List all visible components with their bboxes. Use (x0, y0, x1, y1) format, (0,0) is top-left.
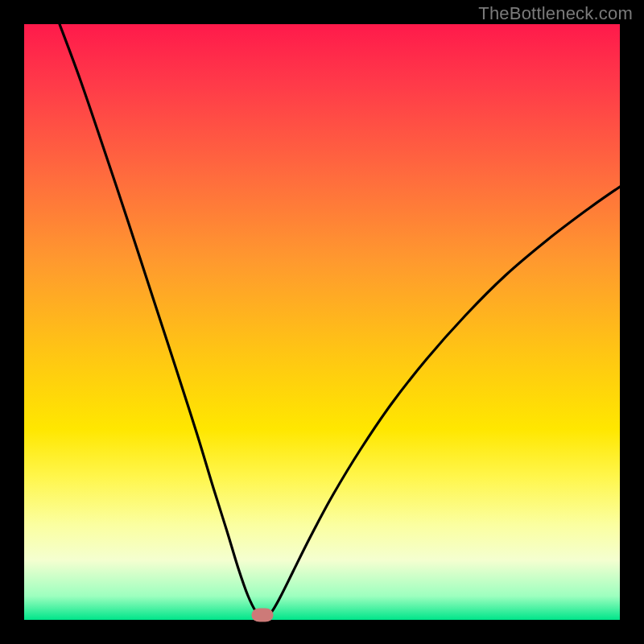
plot-area (24, 24, 620, 620)
watermark-text: TheBottleneck.com (478, 3, 633, 24)
bottleneck-curve (24, 24, 620, 620)
chart-stage: TheBottleneck.com (0, 0, 644, 644)
optimal-point-marker (252, 609, 274, 622)
